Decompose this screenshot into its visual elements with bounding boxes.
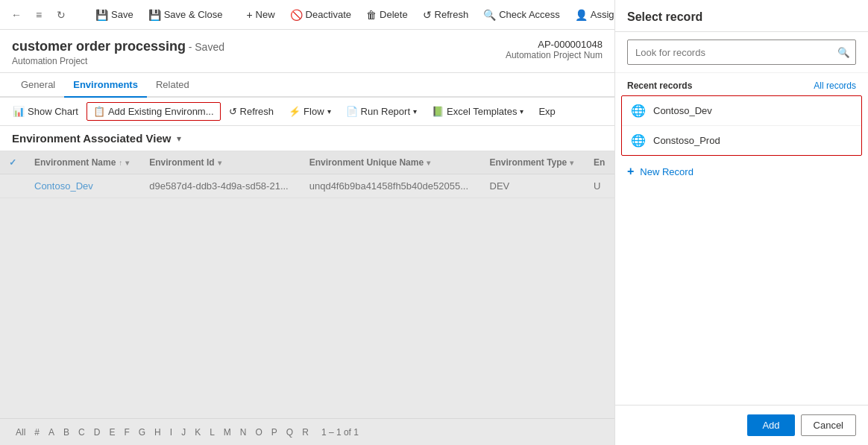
tab-general[interactable]: General bbox=[12, 73, 64, 98]
tab-related[interactable]: Related bbox=[147, 73, 198, 98]
menu-button[interactable]: ≡ bbox=[28, 4, 49, 25]
run-report-chevron-icon: ▾ bbox=[413, 107, 417, 116]
globe-icon-2: 🌐 bbox=[631, 133, 646, 148]
record-id-area: AP-000001048 Automation Project Num bbox=[506, 39, 603, 60]
add-existing-icon: 📋 bbox=[93, 106, 105, 117]
view-title-bar: Environment Associated View ▾ bbox=[0, 126, 614, 151]
panel-footer: Add Cancel bbox=[615, 405, 868, 445]
panel-title: Select record bbox=[627, 10, 856, 24]
record-id-label: Automation Project Num bbox=[506, 50, 603, 60]
nav-buttons: ← ≡ ↻ bbox=[6, 4, 72, 25]
search-input[interactable] bbox=[628, 42, 831, 63]
record-subtitle: Automation Project bbox=[12, 56, 224, 66]
add-existing-button[interactable]: 📋 Add Existing Environm... bbox=[87, 102, 221, 121]
search-button[interactable]: 🔍 bbox=[831, 40, 855, 64]
delete-icon: 🗑 bbox=[366, 9, 377, 21]
save-icon: 💾 bbox=[95, 9, 108, 21]
new-record-label: New Record bbox=[640, 166, 694, 177]
sub-refresh-button[interactable]: ↺ Refresh bbox=[222, 102, 281, 121]
refresh-button[interactable]: ↺ Refresh bbox=[417, 6, 475, 24]
view-title: Environment Associated View bbox=[12, 132, 171, 145]
tab-environments[interactable]: Environments bbox=[64, 73, 147, 98]
save-button[interactable]: 💾 Save bbox=[89, 6, 139, 24]
recent-records-label: Recent records bbox=[627, 81, 692, 91]
excel-templates-button[interactable]: 📗 Excel Templates ▾ bbox=[425, 102, 530, 121]
all-records-link[interactable]: All records bbox=[814, 81, 856, 91]
panel-header: Select record bbox=[615, 0, 868, 32]
back-button[interactable]: ← bbox=[6, 4, 27, 25]
plus-icon: + bbox=[627, 165, 634, 178]
save-close-button[interactable]: 💾 Save & Close bbox=[142, 6, 229, 24]
globe-icon-1: 🌐 bbox=[631, 104, 646, 118]
run-report-button[interactable]: 📄 Run Report ▾ bbox=[339, 102, 424, 121]
new-icon: + bbox=[246, 9, 252, 21]
delete-button[interactable]: 🗑 Delete bbox=[360, 6, 414, 24]
cancel-button[interactable]: Cancel bbox=[801, 414, 856, 436]
assign-button[interactable]: 👤 Assign bbox=[569, 6, 614, 24]
record-header: customer order processing - Saved Automa… bbox=[0, 30, 614, 73]
add-button[interactable]: Add bbox=[747, 414, 794, 436]
sub-refresh-icon: ↺ bbox=[229, 106, 237, 117]
list-item-constoso-prod[interactable]: 🌐 Constoso_Prod bbox=[622, 126, 861, 155]
exp-button[interactable]: Exp bbox=[532, 102, 562, 121]
deactivate-icon: 🚫 bbox=[290, 9, 303, 21]
top-toolbar: ← ≡ ↻ 💾 Save 💾 Save & Close + New 🚫 Deac… bbox=[0, 0, 614, 30]
excel-chevron-icon: ▾ bbox=[520, 107, 523, 116]
assign-icon: 👤 bbox=[575, 9, 588, 21]
main-content: ← ≡ ↻ 💾 Save 💾 Save & Close + New 🚫 Deac… bbox=[0, 0, 614, 445]
show-chart-icon: 📊 bbox=[13, 106, 25, 117]
search-box-container: 🔍 bbox=[615, 32, 868, 73]
new-button[interactable]: + New bbox=[240, 6, 280, 24]
check-access-button[interactable]: 🔍 Check Access bbox=[477, 6, 566, 24]
flow-icon: ⚡ bbox=[289, 106, 301, 117]
list-item-contoso-dev[interactable]: 🌐 Contoso_Dev bbox=[622, 96, 861, 126]
new-record-row[interactable]: + New Record bbox=[615, 156, 868, 187]
deactivate-button[interactable]: 🚫 Deactivate bbox=[284, 6, 357, 24]
search-icon: 🔍 bbox=[837, 47, 850, 58]
record-name-1: Contoso_Dev bbox=[653, 105, 712, 116]
flow-chevron-icon: ▾ bbox=[327, 107, 331, 116]
tab-bar: General Environments Related bbox=[0, 73, 614, 98]
show-chart-button[interactable]: 📊 Show Chart bbox=[6, 102, 85, 121]
sub-toolbar: 📊 Show Chart 📋 Add Existing Environm... … bbox=[0, 98, 614, 126]
view-chevron-icon[interactable]: ▾ bbox=[177, 133, 181, 144]
refresh-icon: ↺ bbox=[423, 9, 432, 21]
search-box: 🔍 bbox=[627, 40, 856, 65]
run-report-icon: 📄 bbox=[346, 106, 358, 117]
background-overlay bbox=[0, 151, 614, 445]
record-name-2: Constoso_Prod bbox=[653, 135, 720, 146]
records-list: 🌐 Contoso_Dev 🌐 Constoso_Prod bbox=[621, 95, 862, 156]
excel-icon: 📗 bbox=[432, 106, 444, 117]
record-title: customer order processing - Saved bbox=[12, 39, 224, 54]
refresh-nav-button[interactable]: ↻ bbox=[51, 4, 72, 25]
flow-button[interactable]: ⚡ Flow ▾ bbox=[282, 102, 337, 121]
recent-records-header: Recent records All records bbox=[615, 73, 868, 95]
save-close-icon: 💾 bbox=[148, 9, 161, 21]
record-id: AP-000001048 bbox=[506, 39, 603, 50]
check-access-icon: 🔍 bbox=[483, 9, 496, 21]
select-record-panel: Select record 🔍 Recent records All recor… bbox=[614, 0, 868, 445]
